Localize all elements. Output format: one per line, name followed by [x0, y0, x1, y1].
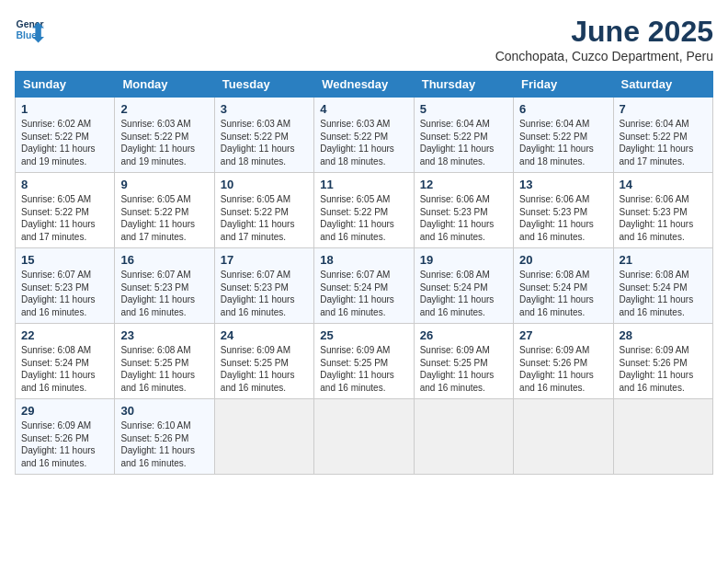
calendar-cell: 24 Sunrise: 6:09 AM Sunset: 5:25 PM Dayl…: [214, 324, 313, 399]
day-number: 14: [620, 178, 707, 191]
calendar-cell: [414, 399, 513, 475]
day-number: 17: [221, 253, 308, 267]
calendar-cell: 5 Sunrise: 6:04 AM Sunset: 5:22 PM Dayli…: [414, 98, 513, 173]
day-info: Sunrise: 6:05 AM Sunset: 5:22 PM Dayligh…: [120, 193, 208, 243]
calendar-cell: 23 Sunrise: 6:08 AM Sunset: 5:25 PM Dayl…: [115, 324, 214, 399]
calendar-row: 22 Sunrise: 6:08 AM Sunset: 5:24 PM Dayl…: [16, 324, 713, 399]
calendar-cell: 6 Sunrise: 6:04 AM Sunset: 5:22 PM Dayli…: [514, 98, 613, 173]
day-info: Sunrise: 6:07 AM Sunset: 5:23 PM Dayligh…: [120, 269, 208, 318]
day-number: 21: [620, 253, 707, 267]
day-number: 15: [21, 253, 108, 267]
calendar-cell: 28 Sunrise: 6:09 AM Sunset: 5:26 PM Dayl…: [613, 324, 712, 399]
header-saturday: Saturday: [613, 72, 712, 98]
day-info: Sunrise: 6:09 AM Sunset: 5:26 PM Dayligh…: [519, 344, 607, 394]
month-title: June 2025: [495, 15, 713, 49]
day-number: 7: [620, 102, 707, 116]
day-info: Sunrise: 6:05 AM Sunset: 5:22 PM Dayligh…: [221, 193, 308, 243]
day-number: 12: [420, 178, 507, 191]
day-info: Sunrise: 6:02 AM Sunset: 5:22 PM Dayligh…: [21, 118, 108, 167]
weekday-header-row: Sunday Monday Tuesday Wednesday Thursday…: [16, 72, 713, 98]
location-subtitle: Conchopata, Cuzco Department, Peru: [495, 49, 713, 63]
day-info: Sunrise: 6:09 AM Sunset: 5:25 PM Dayligh…: [221, 344, 308, 394]
day-info: Sunrise: 6:07 AM Sunset: 5:23 PM Dayligh…: [21, 269, 108, 318]
header-monday: Monday: [115, 72, 214, 98]
calendar-cell: 26 Sunrise: 6:09 AM Sunset: 5:25 PM Dayl…: [414, 324, 513, 399]
calendar-cell: 4 Sunrise: 6:03 AM Sunset: 5:22 PM Dayli…: [314, 98, 414, 173]
calendar-cell: 2 Sunrise: 6:03 AM Sunset: 5:22 PM Dayli…: [115, 98, 214, 173]
header-tuesday: Tuesday: [214, 72, 313, 98]
day-number: 6: [519, 102, 607, 116]
day-number: 8: [21, 178, 108, 191]
calendar-cell: 9 Sunrise: 6:05 AM Sunset: 5:22 PM Dayli…: [115, 173, 214, 248]
day-info: Sunrise: 6:03 AM Sunset: 5:22 PM Dayligh…: [221, 118, 308, 167]
calendar-cell: 19 Sunrise: 6:08 AM Sunset: 5:24 PM Dayl…: [414, 248, 513, 324]
calendar-cell: 25 Sunrise: 6:09 AM Sunset: 5:25 PM Dayl…: [314, 324, 414, 399]
calendar-cell: 11 Sunrise: 6:05 AM Sunset: 5:22 PM Dayl…: [314, 173, 414, 248]
day-info: Sunrise: 6:08 AM Sunset: 5:24 PM Dayligh…: [620, 269, 707, 318]
logo: General Blue: [15, 15, 44, 44]
day-number: 20: [519, 253, 607, 267]
calendar-row: 1 Sunrise: 6:02 AM Sunset: 5:22 PM Dayli…: [16, 98, 713, 173]
day-info: Sunrise: 6:08 AM Sunset: 5:24 PM Dayligh…: [519, 269, 607, 318]
calendar-cell: 1 Sunrise: 6:02 AM Sunset: 5:22 PM Dayli…: [16, 98, 115, 173]
day-info: Sunrise: 6:05 AM Sunset: 5:22 PM Dayligh…: [21, 193, 108, 243]
header-wednesday: Wednesday: [314, 72, 414, 98]
calendar-cell: 30 Sunrise: 6:10 AM Sunset: 5:26 PM Dayl…: [115, 399, 214, 475]
day-info: Sunrise: 6:06 AM Sunset: 5:23 PM Dayligh…: [519, 193, 607, 243]
day-info: Sunrise: 6:08 AM Sunset: 5:24 PM Dayligh…: [21, 344, 108, 394]
day-info: Sunrise: 6:08 AM Sunset: 5:24 PM Dayligh…: [420, 269, 507, 318]
day-info: Sunrise: 6:04 AM Sunset: 5:22 PM Dayligh…: [620, 118, 707, 167]
day-number: 18: [320, 253, 407, 267]
day-info: Sunrise: 6:05 AM Sunset: 5:22 PM Dayligh…: [320, 193, 407, 243]
header-thursday: Thursday: [414, 72, 513, 98]
day-info: Sunrise: 6:09 AM Sunset: 5:26 PM Dayligh…: [620, 344, 707, 394]
calendar-cell: 27 Sunrise: 6:09 AM Sunset: 5:26 PM Dayl…: [514, 324, 613, 399]
day-number: 24: [221, 328, 308, 342]
header-sunday: Sunday: [16, 72, 115, 98]
day-number: 19: [420, 253, 507, 267]
calendar-cell: 29 Sunrise: 6:09 AM Sunset: 5:26 PM Dayl…: [16, 399, 115, 475]
day-number: 11: [320, 178, 407, 191]
svg-text:Blue: Blue: [17, 30, 38, 40]
logo-icon: General Blue: [15, 15, 44, 44]
day-info: Sunrise: 6:04 AM Sunset: 5:22 PM Dayligh…: [420, 118, 507, 167]
day-info: Sunrise: 6:09 AM Sunset: 5:25 PM Dayligh…: [320, 344, 407, 394]
day-info: Sunrise: 6:07 AM Sunset: 5:24 PM Dayligh…: [320, 269, 407, 318]
calendar-cell: [613, 399, 712, 475]
day-number: 28: [620, 328, 707, 342]
day-info: Sunrise: 6:03 AM Sunset: 5:22 PM Dayligh…: [320, 118, 407, 167]
day-number: 4: [320, 102, 407, 116]
day-info: Sunrise: 6:03 AM Sunset: 5:22 PM Dayligh…: [120, 118, 208, 167]
calendar-cell: 20 Sunrise: 6:08 AM Sunset: 5:24 PM Dayl…: [514, 248, 613, 324]
calendar-cell: 15 Sunrise: 6:07 AM Sunset: 5:23 PM Dayl…: [16, 248, 115, 324]
day-number: 25: [320, 328, 407, 342]
day-info: Sunrise: 6:09 AM Sunset: 5:26 PM Dayligh…: [21, 419, 108, 469]
calendar-table: Sunday Monday Tuesday Wednesday Thursday…: [15, 71, 713, 475]
day-number: 10: [221, 178, 308, 191]
day-number: 9: [120, 178, 208, 191]
day-info: Sunrise: 6:06 AM Sunset: 5:23 PM Dayligh…: [620, 193, 707, 243]
day-number: 2: [120, 102, 208, 116]
calendar-cell: 21 Sunrise: 6:08 AM Sunset: 5:24 PM Dayl…: [613, 248, 712, 324]
calendar-cell: [314, 399, 414, 475]
calendar-cell: [514, 399, 613, 475]
day-info: Sunrise: 6:09 AM Sunset: 5:25 PM Dayligh…: [420, 344, 507, 394]
day-number: 3: [221, 102, 308, 116]
calendar-row: 29 Sunrise: 6:09 AM Sunset: 5:26 PM Dayl…: [16, 399, 713, 475]
calendar-cell: 10 Sunrise: 6:05 AM Sunset: 5:22 PM Dayl…: [214, 173, 313, 248]
calendar-cell: [214, 399, 313, 475]
calendar-cell: 12 Sunrise: 6:06 AM Sunset: 5:23 PM Dayl…: [414, 173, 513, 248]
calendar-row: 8 Sunrise: 6:05 AM Sunset: 5:22 PM Dayli…: [16, 173, 713, 248]
day-number: 5: [420, 102, 507, 116]
title-area: June 2025 Conchopata, Cuzco Department, …: [495, 15, 713, 63]
page-header: General Blue June 2025 Conchopata, Cuzco…: [15, 15, 713, 63]
calendar-cell: 17 Sunrise: 6:07 AM Sunset: 5:23 PM Dayl…: [214, 248, 313, 324]
calendar-cell: 3 Sunrise: 6:03 AM Sunset: 5:22 PM Dayli…: [214, 98, 313, 173]
day-info: Sunrise: 6:04 AM Sunset: 5:22 PM Dayligh…: [519, 118, 607, 167]
day-number: 30: [120, 404, 208, 418]
day-info: Sunrise: 6:10 AM Sunset: 5:26 PM Dayligh…: [120, 419, 208, 469]
day-number: 27: [519, 328, 607, 342]
day-number: 1: [21, 102, 108, 116]
day-info: Sunrise: 6:07 AM Sunset: 5:23 PM Dayligh…: [221, 269, 308, 318]
calendar-cell: 18 Sunrise: 6:07 AM Sunset: 5:24 PM Dayl…: [314, 248, 414, 324]
